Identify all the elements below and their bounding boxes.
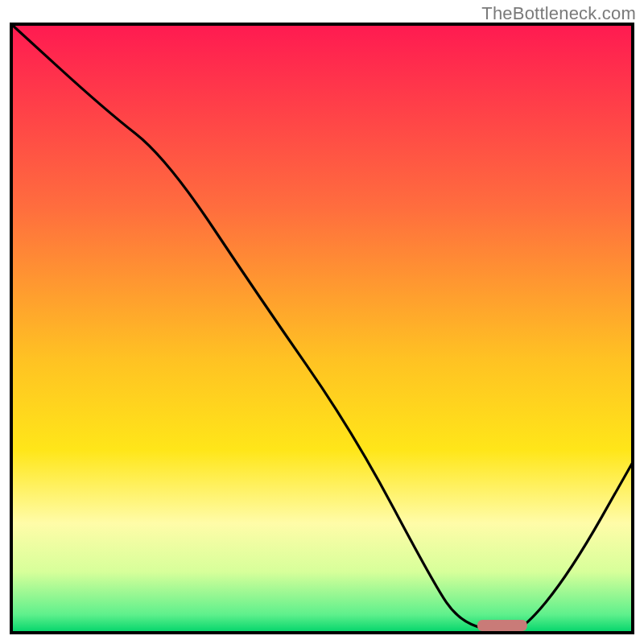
optimal-marker xyxy=(477,620,527,631)
watermark-text: TheBottleneck.com xyxy=(481,3,636,24)
chart-container: TheBottleneck.com xyxy=(0,0,644,644)
plot-background xyxy=(11,24,633,633)
bottleneck-chart xyxy=(0,0,644,644)
